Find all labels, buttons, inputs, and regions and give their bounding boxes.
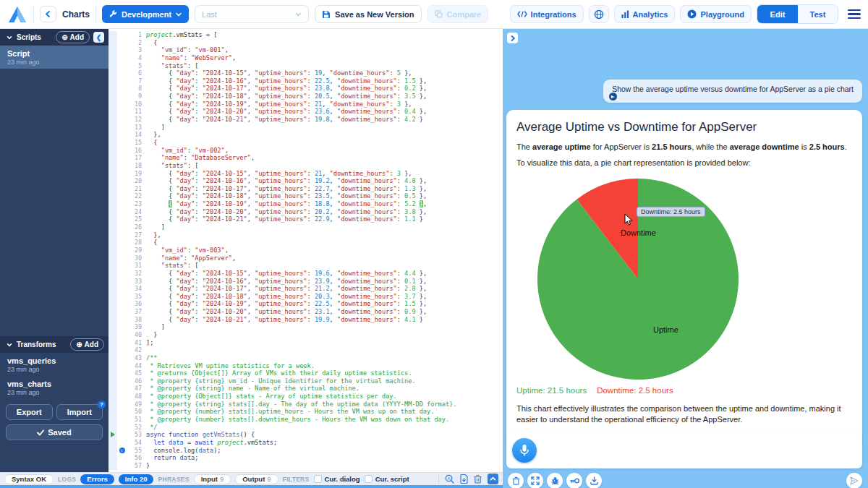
gutter-margin[interactable] [109,408,117,416]
clear-logs-trash-icon[interactable] [474,474,482,484]
gutter-margin[interactable] [109,416,117,424]
gutter-margin[interactable] [109,62,117,70]
gutter-margin[interactable] [109,254,117,262]
help-badge[interactable]: ? [98,401,106,408]
gutter-margin[interactable] [109,270,117,278]
code-line[interactable]: 23 { "day": "2024-10-19", "uptime_hours"… [109,200,503,208]
environment-dropdown[interactable]: Development [102,5,189,23]
gutter-margin[interactable] [109,124,117,132]
voice-input-box[interactable] [506,432,862,468]
code-line[interactable]: 57} [109,462,503,470]
code-line[interactable]: 4 "name": "WebServer", [109,54,503,62]
language-globe-button[interactable] [589,5,609,23]
output-pill[interactable]: Output9 [235,474,278,484]
app-logo-icon[interactable] [7,5,27,24]
gutter-margin[interactable] [109,170,117,178]
gutter-margin[interactable] [109,424,117,432]
code-line[interactable]: 52 */ [109,424,503,432]
integrations-button[interactable]: Integrations [510,5,584,23]
code-line[interactable]: 24 { "day": "2024-10-20", "uptime_hours"… [109,208,503,216]
gutter-margin[interactable] [109,131,117,139]
gutter-margin[interactable] [109,293,117,301]
gutter-margin[interactable] [109,308,117,316]
gutter-margin[interactable] [109,239,117,247]
download-dialog-icon[interactable] [586,473,602,488]
code-line[interactable]: 39 ] [109,323,503,331]
code-line[interactable]: 11 { "day": "2024-10-20", "uptime_hours"… [109,108,503,116]
gutter-margin[interactable] [109,177,117,185]
code-line[interactable]: 51 * @property {number} stats[].downtime… [109,416,503,424]
save-as-new-version-button[interactable]: Save as New Version [315,5,421,23]
gutter-margin[interactable] [109,162,117,170]
gutter-margin[interactable] [109,100,117,108]
sidebar-item-vms-queries[interactable]: vms_queries 23 min ago [0,353,109,376]
code-line[interactable]: 27 }, [109,231,503,239]
input-pill[interactable]: Input9 [194,474,231,484]
code-line[interactable]: 10 { "day": "2024-10-19", "uptime_hours"… [109,100,503,108]
code-line[interactable]: 36 { "day": "2024-10-19", "uptime_hours"… [109,300,503,308]
code-line[interactable]: i55 console.log(data); [109,447,503,455]
code-line[interactable]: 2 { [109,39,503,47]
gutter-margin[interactable] [109,331,117,339]
code-line[interactable]: 18 "stats": [ [109,162,503,170]
code-line[interactable]: 41]; [109,339,503,347]
import-button[interactable]: Import ? [56,404,103,420]
code-line[interactable]: 34 { "day": "2024-10-17", "uptime_hours"… [109,285,503,293]
code-editor[interactable]: 1project.vmStats = [2 {3 "vm_id": "vm-00… [109,29,503,472]
code-line[interactable]: 33 { "day": "2024-10-16", "uptime_hours"… [109,278,503,286]
gutter-margin[interactable] [109,454,117,462]
playground-button[interactable]: Playground [680,5,752,23]
code-line[interactable]: 46 * @property {string} vm_id - Unique i… [109,377,503,385]
add-transform-button[interactable]: ⊕Add [70,338,104,351]
cur-script-checkbox[interactable]: Cur. script [365,475,409,483]
code-line[interactable]: 21 { "day": "2024-10-17", "uptime_hours"… [109,185,503,193]
code-line[interactable]: 12 { "day": "2024-10-21", "uptime_hours"… [109,116,503,124]
checkbox-icon[interactable] [314,475,322,483]
collapse-sidebar-icon[interactable]: ❮ [93,32,104,43]
code-line[interactable]: 47 * @property {string} name - Name of t… [109,385,503,393]
gutter-margin[interactable] [109,192,117,200]
gutter-margin[interactable] [109,231,117,239]
microphone-button[interactable] [512,438,537,463]
gutter-margin[interactable] [109,116,117,124]
gutter-margin[interactable] [109,339,117,347]
add-script-button[interactable]: ⊕Add [56,31,90,43]
gutter-margin[interactable] [109,108,117,116]
chevron-down-icon[interactable] [6,34,13,41]
gutter-margin[interactable] [109,147,117,155]
run-marker-icon[interactable] [111,432,115,437]
gutter-margin[interactable] [109,215,117,223]
gutter-margin[interactable] [109,262,117,270]
code-line[interactable]: 45 * @returns {Object[]} Array of VMs wi… [109,369,503,377]
code-line[interactable]: 20 { "day": "2024-10-16", "uptime_hours"… [109,177,503,185]
api-key-icon[interactable] [566,473,582,488]
code-line[interactable]: 9 { "day": "2024-10-18", "uptime_hours":… [109,93,503,100]
gutter-margin[interactable] [109,77,117,85]
code-line[interactable]: 29 "vm_id": "vm-003", [109,247,503,254]
code-line[interactable]: 13 ] [109,124,503,132]
gutter-margin[interactable] [109,223,117,231]
sidebar-item-script[interactable]: Script 23 min ago [0,46,109,69]
gutter-margin[interactable] [109,323,117,331]
code-line[interactable]: 32 { "day": "2024-10-15", "uptime_hours"… [109,270,503,278]
gutter-margin[interactable] [109,385,117,393]
gutter-margin[interactable] [109,401,117,408]
gutter-margin[interactable] [109,369,117,377]
code-line[interactable]: 37 { "day": "2024-10-20", "uptime_hours"… [109,308,503,316]
gutter-margin[interactable] [109,39,117,47]
info-marker-icon[interactable]: i [119,448,125,453]
gutter-margin[interactable] [109,69,117,77]
gutter-margin[interactable] [109,200,117,208]
code-line[interactable]: 14 }, [109,131,503,139]
checkbox-icon[interactable] [365,475,373,483]
code-line[interactable]: 28 { [109,239,503,247]
gutter-margin[interactable] [109,278,117,286]
gutter-margin[interactable] [109,377,117,385]
expand-console-icon[interactable] [488,474,498,484]
gutter-margin[interactable] [109,154,117,162]
debug-bug-icon[interactable] [547,473,563,488]
code-line[interactable]: 48 * @property {Object[]} stats - Array … [109,393,503,401]
clear-dialog-trash-icon[interactable] [508,473,524,488]
code-line[interactable]: 3 "vm_id": "vm-001", [109,46,503,54]
code-line[interactable]: 26 ] [109,223,503,231]
